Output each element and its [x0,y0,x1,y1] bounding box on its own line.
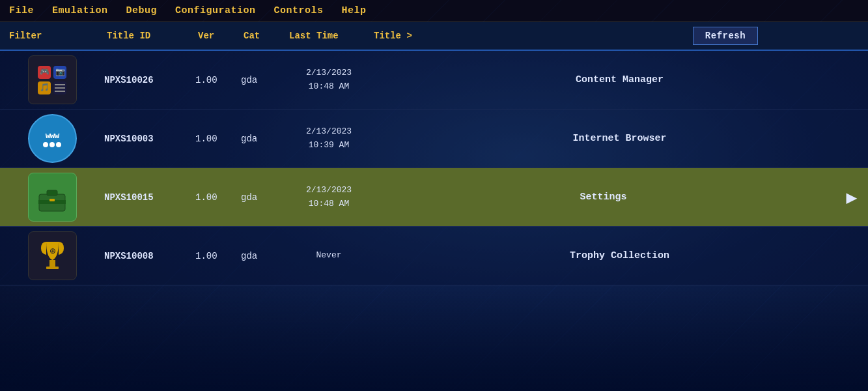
menu-help[interactable]: Help [333,4,376,18]
row-titleid-4: NPXS10008 [104,251,195,261]
menu-debug[interactable]: Debug [117,4,167,18]
refresh-button-container: Refresh [690,27,761,45]
col-cat: Cat [244,31,289,41]
row-title-4: Trophy Collection [371,250,868,261]
selected-arrow-icon: ▶ [835,186,868,209]
background-overlay [0,287,868,391]
table-row[interactable]: NPXS10015 1.00 gda 2/13/2023 10:48 AM Se… [0,168,868,227]
browser-dots [43,142,61,147]
table-row[interactable]: ⊕ NPXS10008 1.00 gda Never Trophy Collec… [0,227,868,285]
row-title-2: Internet Browser [371,133,868,144]
col-title: Title > [374,31,690,41]
menu-emulation[interactable]: Emulation [43,4,117,18]
row-lasttime-time-1: 10:48 AM [309,81,349,91]
row-titleid-2: NPXS10003 [104,134,195,144]
row-icon-browser: www [0,110,104,167]
game-list-table: Filter Title ID Ver Cat Last Time Title … [0,22,868,285]
toolbox-svg [36,181,68,214]
row-lasttime-4: Never [287,249,371,263]
icon-browser: www [28,114,77,163]
row-icon-content-manager: 🎮 📷 🎵 [0,51,104,108]
icon-gamepad: 🎮 [38,66,51,79]
row-lasttime-time-2: 10:39 AM [309,140,349,150]
row-lasttime-date-1: 2/13/2023 [306,68,352,78]
row-lasttime-time-3: 10:48 AM [309,199,349,209]
row-icon-trophy: ⊕ [0,227,104,284]
refresh-button[interactable]: Refresh [693,27,758,45]
icon-bars [53,81,66,94]
table-body: 🎮 📷 🎵 NPXS10026 1.00 [0,51,868,285]
row-titleid-1: NPXS10026 [104,75,195,85]
icon-settings [28,173,77,222]
menubar: File Emulation Debug Configuration Contr… [0,0,868,22]
svg-rect-5 [47,190,57,195]
col-filter: Filter [3,31,107,41]
svg-rect-0 [55,84,65,85]
col-lasttime: Last Time [289,31,374,41]
row-lasttime-3: 2/13/2023 10:48 AM [287,184,371,211]
row-lasttime-val-4: Never [316,250,341,260]
col-ver: Ver [198,31,244,41]
row-cat-4: gda [241,251,287,261]
browser-www-text: www [46,130,59,140]
row-lasttime-1: 2/13/2023 10:48 AM [287,66,371,94]
svg-rect-8 [49,260,55,267]
col-titleid: Title ID [107,31,198,41]
row-cat-2: gda [241,134,287,144]
row-title-1: Content Manager [371,74,868,85]
row-ver-1: 1.00 [195,75,241,85]
row-titleid-3: NPXS10015 [104,192,195,203]
row-cat-3: gda [241,192,287,203]
table-row[interactable]: www NPXS10003 1.00 gda 2/13/2023 10:39 A… [0,109,868,168]
icon-music: 🎵 [38,81,51,94]
row-icon-settings [0,169,104,225]
icon-content-manager: 🎮 📷 🎵 [28,55,77,104]
svg-text:⊕: ⊕ [49,246,55,255]
icon-trophy: ⊕ [28,231,77,280]
row-ver-3: 1.00 [195,192,241,203]
icon-camera: 📷 [53,66,66,79]
row-ver-4: 1.00 [195,251,241,261]
table-row[interactable]: 🎮 📷 🎵 NPXS10026 1.00 [0,51,868,109]
row-lasttime-date-3: 2/13/2023 [306,185,352,195]
svg-rect-7 [49,199,55,201]
row-title-3: Settings [371,192,835,203]
table-header: Filter Title ID Ver Cat Last Time Title … [0,22,868,51]
row-cat-1: gda [241,75,287,85]
svg-rect-2 [55,91,65,92]
svg-rect-1 [55,87,65,89]
trophy-svg: ⊕ [35,237,70,276]
row-lasttime-date-2: 2/13/2023 [306,126,352,136]
menu-controls[interactable]: Controls [265,4,333,18]
row-lasttime-2: 2/13/2023 10:39 AM [287,125,371,152]
svg-rect-9 [46,267,59,269]
row-ver-2: 1.00 [195,134,241,144]
menu-file[interactable]: File [0,4,43,18]
menu-configuration[interactable]: Configuration [166,4,265,18]
